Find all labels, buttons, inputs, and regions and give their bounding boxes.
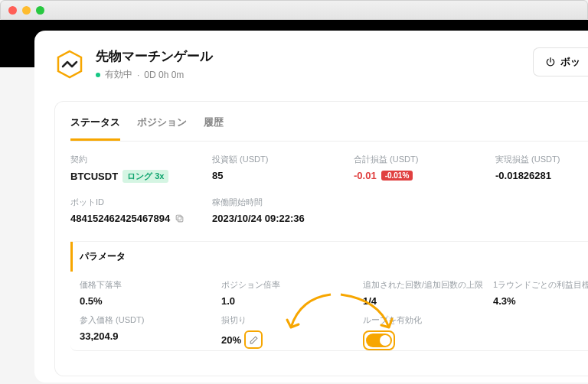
param-label: 参入価格 (USDT) (80, 314, 221, 326)
param-label: 価格下落率 (80, 279, 221, 291)
martingale-hex-icon (54, 49, 85, 80)
edit-stoploss-button[interactable] (244, 330, 263, 349)
param-grid: 価格下落率0.5% ポジション倍率1.0 追加された回数/追加回数の上限1/4 … (70, 272, 588, 350)
totalpnl-value: -0.01 (354, 170, 377, 181)
page-card: 先物マーチンゲール 有効中 · 0D 0h 0m ボッ ステータス ポジション … (34, 31, 588, 382)
profit-value: 4.3% (493, 295, 588, 307)
entry-value: 33,204.9 (80, 330, 221, 342)
window-chrome (0, 0, 588, 20)
svg-rect-1 (178, 216, 183, 222)
stat-label: 実現損益 (USDT) (495, 154, 588, 165)
contract-symbol: BTCUSDT (70, 171, 118, 182)
tab-history[interactable]: 履歴 (204, 116, 224, 141)
status-duration: 0D 0h 0m (144, 70, 184, 80)
tabs: ステータス ポジション 履歴 (70, 116, 588, 142)
stat-label: ボットID (70, 197, 212, 208)
tab-positions[interactable]: ポジション (137, 116, 187, 141)
stat-botid: ボットID 484152462425467894 (70, 197, 212, 224)
stat-start: 稼働開始時間 2023/10/24 09:22:36 (212, 197, 588, 224)
param-label: ループを有効化 (363, 314, 493, 326)
stat-contract: 契約 BTCUSDT ロング 3x (70, 154, 212, 183)
side-badge: ロング 3x (122, 170, 168, 183)
close-window-icon[interactable] (8, 6, 17, 15)
svg-rect-2 (176, 215, 181, 220)
pencil-icon (249, 335, 259, 345)
title-block: 先物マーチンゲール 有効中 · 0D 0h 0m (96, 47, 213, 81)
page-title: 先物マーチンゲール (96, 47, 213, 65)
start-value: 2023/10/24 09:22:36 (212, 213, 588, 224)
copy-icon[interactable] (175, 213, 185, 223)
minimize-window-icon[interactable] (22, 6, 31, 15)
status-sep: · (137, 70, 139, 80)
toggle-on-icon (366, 334, 392, 347)
botid-value: 484152462425467894 (70, 213, 170, 224)
stat-invest: 投資額 (USDT) 85 (212, 154, 354, 183)
stat-label: 契約 (70, 154, 212, 165)
tab-status[interactable]: ステータス (70, 116, 120, 141)
param-section: パラメータ 価格下落率0.5% ポジション倍率1.0 追加された回数/追加回数の… (70, 241, 588, 351)
param-label: 損切り (221, 314, 363, 326)
mult-value: 1.0 (221, 295, 363, 307)
maximize-window-icon[interactable] (36, 6, 44, 15)
add-value: 1/4 (363, 295, 493, 307)
content-card: ステータス ポジション 履歴 契約 BTCUSDT ロング 3x 投資額 (US… (54, 101, 588, 376)
stat-totalpnl: 合計損益 (USDT) -0.01 -0.01% (354, 154, 495, 183)
param-label: ポジション倍率 (221, 279, 363, 291)
stat-label: 合計損益 (USDT) (354, 154, 495, 165)
param-header: パラメータ (70, 242, 588, 272)
status-dot-icon (96, 73, 100, 77)
bot-power-button[interactable]: ボッ (533, 47, 588, 76)
realized-value: -0.01826281 (495, 170, 588, 181)
header: 先物マーチンゲール 有効中 · 0D 0h 0m (54, 47, 588, 81)
stat-realized: 実現損益 (USDT) -0.01826281 (495, 154, 588, 183)
sl-value: 20% (221, 334, 241, 346)
totalpnl-pct-badge: -0.01% (381, 171, 413, 181)
status-running: 有効中 (105, 68, 132, 81)
bot-power-label: ボッ (560, 55, 580, 69)
invest-value: 85 (212, 170, 354, 181)
param-label: 追加された回数/追加回数の上限 (363, 279, 493, 291)
stats-grid: 契約 BTCUSDT ロング 3x 投資額 (USDT) 85 合計損益 (US… (70, 154, 588, 224)
status-line: 有効中 · 0D 0h 0m (96, 68, 213, 81)
stat-label: 投資額 (USDT) (212, 154, 354, 165)
stat-label: 稼働開始時間 (212, 197, 588, 208)
loop-toggle[interactable] (363, 330, 395, 350)
drop-value: 0.5% (80, 295, 221, 307)
param-label: 1ラウンドごとの利益目標 (493, 279, 588, 291)
power-icon (545, 57, 556, 67)
